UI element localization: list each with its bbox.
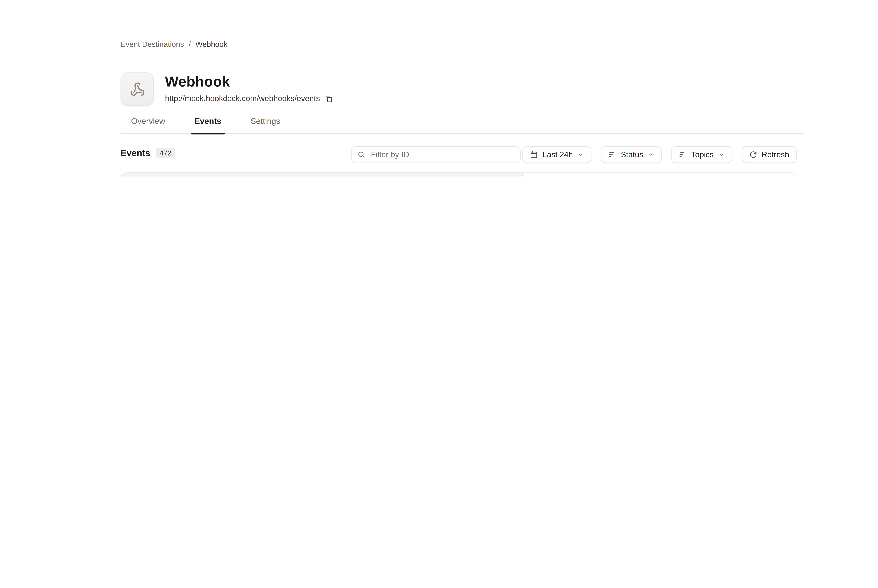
chevron-down-icon [648, 152, 654, 158]
tab-settings[interactable]: Settings [247, 116, 284, 134]
chevron-down-icon [718, 152, 725, 158]
event-detail-panel: Event Attempts 3 Successful [522, 173, 796, 177]
webhook-events-page: Event Destinations / Webhook Webhook htt… [0, 0, 878, 177]
refresh-icon [749, 151, 757, 159]
time-range-button[interactable]: Last 24h [523, 146, 591, 163]
search-icon [358, 151, 365, 159]
destination-url: http://mock.hookdeck.com/webhooks/events [165, 94, 320, 103]
detail-header: Event Attempts 3 Successful [523, 173, 796, 177]
col-message-id: Message ID [416, 176, 522, 177]
filter-lines-icon [609, 151, 616, 159]
breadcrumb-parent[interactable]: Event Destinations [120, 40, 184, 49]
events-count-badge: 472 [156, 148, 176, 159]
page-title: Webhook [165, 74, 333, 90]
filter-by-id-box [351, 146, 521, 163]
events-panel: Timestamp Status Topic Message ID NOV 18… [120, 172, 797, 177]
col-status: Status [215, 176, 299, 177]
status-filter-label: Status [621, 150, 643, 159]
table-header: Timestamp Status Topic Message ID [121, 173, 522, 177]
topics-filter-label: Topics [691, 150, 713, 159]
col-timestamp: Timestamp [131, 176, 215, 177]
webhook-icon-card [120, 72, 154, 106]
breadcrumb-current: Webhook [195, 40, 227, 49]
col-topic: Topic [299, 176, 416, 177]
calendar-icon [530, 151, 538, 159]
events-toolbar: Events 472 Last 24h [120, 146, 797, 163]
copy-url-button[interactable] [325, 94, 333, 103]
refresh-button[interactable]: Refresh [742, 146, 797, 163]
copy-icon [325, 94, 333, 103]
breadcrumb: Event Destinations / Webhook [120, 40, 227, 49]
webhook-icon [129, 82, 145, 97]
filter-lines-icon [679, 151, 686, 159]
events-table: Timestamp Status Topic Message ID NOV 18… [121, 173, 522, 177]
status-filter-button[interactable]: Status [601, 146, 662, 163]
topics-filter-button[interactable]: Topics [671, 146, 732, 163]
destination-header: Webhook http://mock.hookdeck.com/webhook… [120, 72, 333, 106]
refresh-label: Refresh [762, 150, 789, 159]
filter-by-id-input[interactable] [370, 150, 514, 160]
tab-events[interactable]: Events [191, 116, 225, 134]
breadcrumb-separator: / [189, 40, 191, 49]
time-range-label: Last 24h [543, 150, 573, 159]
chevron-down-icon [577, 152, 584, 158]
events-heading: Events [120, 148, 150, 159]
destination-tabs: Overview Events Settings [120, 116, 804, 134]
tab-overview[interactable]: Overview [128, 116, 168, 134]
